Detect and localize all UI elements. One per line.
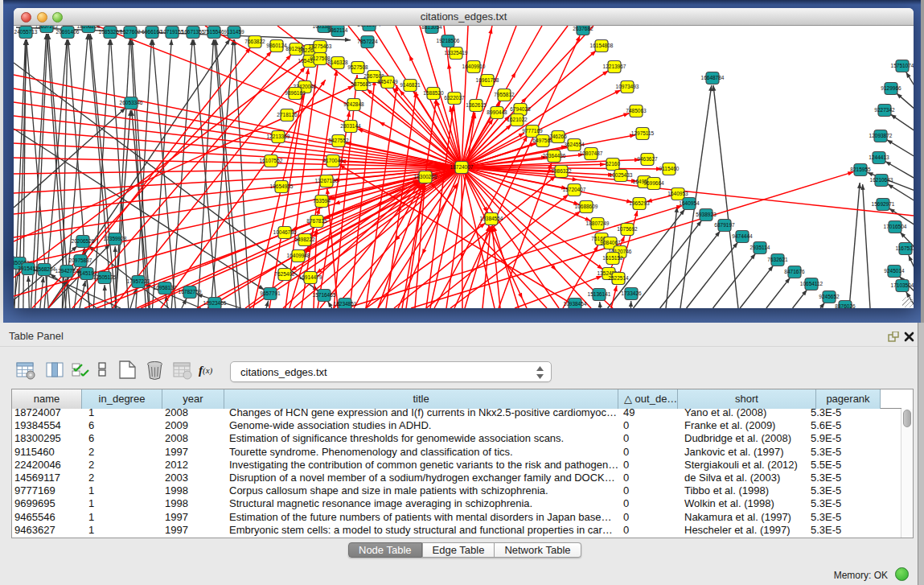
svg-text:1362615: 1362615 xyxy=(466,102,487,108)
svg-text:10807487: 10807487 xyxy=(580,150,603,156)
svg-text:12942757: 12942757 xyxy=(55,268,79,274)
svg-text:8471676: 8471676 xyxy=(784,269,805,274)
svg-text:8427552: 8427552 xyxy=(328,138,349,143)
svg-text:9896163: 9896163 xyxy=(285,90,306,96)
svg-text:7515546: 7515546 xyxy=(203,29,224,35)
svg-text:9527508: 9527508 xyxy=(347,64,368,70)
svg-text:6322037: 6322037 xyxy=(444,95,465,101)
svg-text:15716465: 15716465 xyxy=(313,292,336,298)
svg-text:12093872: 12093872 xyxy=(869,133,893,138)
svg-text:2718126: 2718126 xyxy=(277,112,298,117)
svg-text:1965293: 1965293 xyxy=(629,200,650,206)
svg-text:7857224: 7857224 xyxy=(357,39,378,44)
svg-text:16107552: 16107552 xyxy=(260,158,283,163)
svg-text:5938923: 5938923 xyxy=(696,212,717,217)
svg-text:1640953: 1640953 xyxy=(667,191,688,196)
svg-text:1621022: 1621022 xyxy=(507,117,528,122)
svg-text:10688609: 10688609 xyxy=(575,204,598,209)
svg-text:11568294: 11568294 xyxy=(33,266,56,272)
svg-text:1588520: 1588520 xyxy=(423,90,444,96)
svg-text:17103504: 17103504 xyxy=(891,282,914,288)
svg-text:8990448: 8990448 xyxy=(487,109,507,115)
svg-text:7632621: 7632621 xyxy=(767,257,788,262)
svg-text:19218506: 19218506 xyxy=(437,38,460,43)
svg-text:17359928: 17359928 xyxy=(104,236,127,241)
svg-text:9463627: 9463627 xyxy=(637,156,658,162)
svg-text:12213967: 12213967 xyxy=(603,64,626,69)
svg-text:8146328: 8146328 xyxy=(327,60,348,65)
svg-text:16648784: 16648784 xyxy=(701,75,725,80)
svg-text:20691406: 20691406 xyxy=(56,29,80,35)
svg-text:9245014: 9245014 xyxy=(884,268,905,274)
svg-text:9242848: 9242848 xyxy=(343,101,364,107)
svg-text:2522514: 2522514 xyxy=(608,275,629,281)
svg-text:24055713: 24055713 xyxy=(14,29,38,35)
svg-text:746266: 746266 xyxy=(549,134,567,139)
svg-text:9146821: 9146821 xyxy=(400,82,421,88)
svg-text:9657791: 9657791 xyxy=(260,290,281,296)
svg-text:9115460: 9115460 xyxy=(659,166,680,171)
svg-text:18300295: 18300295 xyxy=(414,174,437,179)
svg-text:16961758: 16961758 xyxy=(476,77,499,83)
svg-text:1244413: 1244413 xyxy=(869,154,889,160)
svg-text:7663822: 7663822 xyxy=(244,39,265,44)
svg-text:10958137: 10958137 xyxy=(154,285,177,290)
svg-text:1640954: 1640954 xyxy=(679,200,700,206)
svg-text:13325419: 13325419 xyxy=(445,50,468,56)
svg-text:15751074: 15751074 xyxy=(891,63,914,68)
svg-text:18275463: 18275463 xyxy=(309,43,332,49)
svg-text:19384554: 19384554 xyxy=(480,216,503,221)
svg-text:9474444: 9474444 xyxy=(732,233,753,239)
svg-text:7955812: 7955812 xyxy=(494,92,515,97)
svg-text:16409948: 16409948 xyxy=(287,253,310,258)
svg-text:7485063: 7485063 xyxy=(626,108,647,113)
svg-text:7986322: 7986322 xyxy=(551,168,572,174)
svg-text:10025433: 10025433 xyxy=(610,172,633,178)
svg-text:18724007: 18724007 xyxy=(450,164,474,170)
svg-text:1527602: 1527602 xyxy=(120,29,141,35)
svg-text:2803144: 2803144 xyxy=(340,123,361,129)
svg-text:10046786: 10046786 xyxy=(273,229,297,235)
svg-text:8215955: 8215955 xyxy=(850,167,871,172)
svg-text:21052174: 21052174 xyxy=(358,26,381,27)
svg-text:17957223: 17957223 xyxy=(127,278,150,284)
svg-text:15692971: 15692971 xyxy=(872,201,895,207)
svg-text:6794028: 6794028 xyxy=(510,106,531,112)
svg-text:6966160: 6966160 xyxy=(142,29,162,35)
svg-text:17016504: 17016504 xyxy=(884,224,907,229)
svg-text:13267130: 13267130 xyxy=(315,178,339,183)
svg-text:16154808: 16154808 xyxy=(590,43,614,48)
svg-text:19654935: 19654935 xyxy=(270,183,294,189)
svg-text:9129966: 9129966 xyxy=(881,85,901,91)
svg-text:9227342: 9227342 xyxy=(874,107,895,113)
svg-text:8767835: 8767835 xyxy=(306,218,327,224)
svg-text:9699664: 9699664 xyxy=(643,180,664,186)
svg-text:9245652: 9245652 xyxy=(819,294,840,299)
svg-text:8876026: 8876026 xyxy=(835,303,856,308)
svg-text:16409910: 16409910 xyxy=(462,64,486,69)
svg-text:2935114: 2935114 xyxy=(750,245,770,250)
svg-text:26053346: 26053346 xyxy=(120,100,143,105)
svg-text:12213369: 12213369 xyxy=(267,134,290,139)
svg-text:16210643: 16210643 xyxy=(870,177,893,183)
svg-text:20975887: 20975887 xyxy=(69,257,92,263)
svg-text:10853267: 10853267 xyxy=(99,29,122,35)
svg-text:(x): (x) xyxy=(203,365,213,376)
svg-text:20206526: 20206526 xyxy=(72,238,95,244)
svg-text:4170049: 4170049 xyxy=(322,158,343,163)
svg-text:9860124: 9860124 xyxy=(266,43,287,48)
svg-text:753594: 753594 xyxy=(313,198,331,204)
svg-text:18106258: 18106258 xyxy=(77,26,101,29)
svg-text:16234851: 16234851 xyxy=(334,301,357,307)
svg-text:3624554: 3624554 xyxy=(564,142,585,147)
svg-text:16782759: 16782759 xyxy=(179,289,202,295)
svg-text:1615152: 1615152 xyxy=(602,255,623,261)
svg-text:10973493: 10973493 xyxy=(616,84,639,89)
svg-text:10654112: 10654112 xyxy=(800,281,823,286)
svg-text:9777169: 9777169 xyxy=(522,128,543,134)
svg-text:15136141: 15136141 xyxy=(588,291,611,297)
svg-text:7625402: 7625402 xyxy=(274,271,295,277)
svg-text:18807249: 18807249 xyxy=(586,220,610,226)
svg-text:2637682: 2637682 xyxy=(573,26,593,31)
svg-text:62160: 62160 xyxy=(606,161,620,167)
